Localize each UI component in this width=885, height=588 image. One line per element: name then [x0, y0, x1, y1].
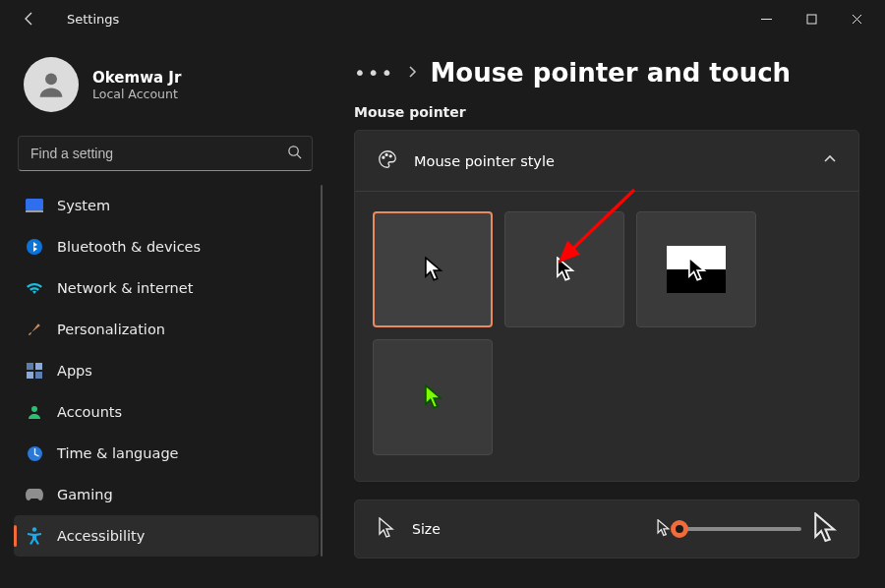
svg-point-14: [385, 153, 387, 155]
svg-rect-0: [807, 15, 816, 24]
back-button[interactable]: [18, 7, 41, 30]
profile-name: Okemwa Jr: [92, 69, 181, 87]
pointer-style-white[interactable]: [373, 211, 493, 327]
content-area: ••• Mouse pointer and touch Mouse pointe…: [324, 37, 885, 588]
expander-label: Mouse pointer style: [414, 153, 555, 169]
sidebar: Okemwa Jr Local Account System Bluetooth…: [0, 37, 324, 588]
system-icon: [26, 197, 43, 214]
nav-label: Personalization: [57, 322, 165, 337]
svg-rect-4: [26, 210, 43, 212]
search-icon: [287, 145, 302, 162]
cursor-small-icon: [377, 517, 394, 542]
svg-rect-3: [26, 199, 43, 210]
section-label: Mouse pointer: [354, 104, 859, 120]
window-close-button[interactable]: [834, 4, 879, 33]
profile-account-type: Local Account: [92, 87, 181, 101]
svg-point-13: [383, 156, 384, 158]
nav-item-apps[interactable]: Apps: [14, 350, 319, 391]
bluetooth-icon: [26, 238, 43, 256]
window-titlebar: Settings: [0, 0, 885, 37]
nav-label: Accessibility: [57, 528, 145, 544]
nav-item-system[interactable]: System: [14, 185, 319, 226]
window-maximize-button[interactable]: [789, 4, 834, 33]
window-minimize-button[interactable]: [743, 4, 789, 33]
nav-item-accounts[interactable]: Accounts: [14, 391, 319, 433]
nav-item-time[interactable]: Time & language: [14, 433, 319, 474]
svg-rect-6: [27, 363, 33, 370]
nav-item-bluetooth[interactable]: Bluetooth & devices: [14, 226, 319, 267]
breadcrumb: ••• Mouse pointer and touch: [354, 47, 859, 98]
apps-icon: [26, 362, 43, 380]
svg-point-12: [32, 527, 36, 531]
size-slider[interactable]: [679, 527, 801, 531]
expander-header[interactable]: Mouse pointer style: [355, 131, 858, 192]
profile[interactable]: Okemwa Jr Local Account: [14, 49, 319, 130]
pointer-style-black[interactable]: [504, 211, 624, 327]
search-input[interactable]: [29, 145, 287, 162]
slider-thumb[interactable]: [671, 520, 688, 538]
window-title: Settings: [67, 12, 119, 27]
chevron-right-icon: [406, 65, 418, 81]
clock-globe-icon: [26, 444, 43, 462]
svg-point-5: [27, 239, 42, 255]
pointer-style-expander: Mouse pointer style: [354, 130, 859, 482]
avatar: [24, 57, 79, 112]
pointer-style-custom[interactable]: [373, 339, 493, 455]
nav-label: Apps: [57, 363, 92, 379]
nav-label: Bluetooth & devices: [57, 239, 201, 255]
accessibility-icon: [26, 527, 43, 545]
pointer-style-inverted[interactable]: [636, 211, 756, 327]
breadcrumb-more-button[interactable]: •••: [354, 61, 394, 85]
nav-item-network[interactable]: Network & internet: [14, 267, 319, 309]
brush-icon: [26, 321, 43, 338]
svg-point-2: [289, 147, 298, 155]
pointer-style-grid: [355, 192, 858, 481]
cursor-min-icon: [656, 519, 670, 540]
person-icon: [26, 403, 43, 421]
nav-label: Gaming: [57, 487, 113, 502]
svg-rect-7: [35, 363, 42, 370]
cursor-max-icon: [811, 512, 837, 547]
nav-label: System: [57, 198, 110, 213]
nav-item-personalization[interactable]: Personalization: [14, 309, 319, 350]
nav-label: Time & language: [57, 445, 179, 461]
svg-rect-9: [35, 372, 42, 379]
nav-label: Accounts: [57, 404, 122, 420]
size-label: Size: [412, 521, 441, 537]
nav-label: Network & internet: [57, 280, 193, 296]
gamepad-icon: [26, 486, 43, 503]
nav-item-gaming[interactable]: Gaming: [14, 474, 319, 515]
search-box[interactable]: [18, 136, 313, 171]
page-title: Mouse pointer and touch: [430, 58, 791, 88]
chevron-up-icon: [823, 152, 837, 169]
svg-point-15: [389, 155, 391, 157]
pointer-size-row: Size: [354, 500, 859, 559]
svg-point-1: [45, 73, 57, 85]
wifi-icon: [26, 279, 43, 297]
svg-rect-8: [27, 372, 33, 379]
svg-point-10: [31, 406, 37, 412]
palette-icon: [377, 148, 398, 173]
nav-item-accessibility[interactable]: Accessibility: [14, 515, 319, 557]
nav: System Bluetooth & devices Network & int…: [14, 185, 319, 557]
